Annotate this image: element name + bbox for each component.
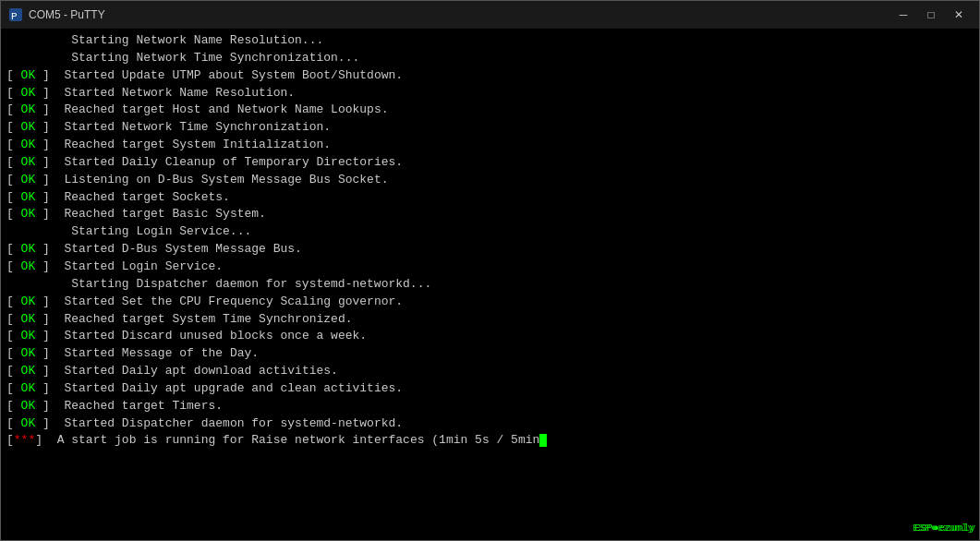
terminal-line: [ OK ] Started Login Service. — [6, 258, 974, 276]
terminal-line: [ OK ] Started Daily Cleanup of Temporar… — [6, 154, 974, 172]
terminal-line: [ OK ] Started Network Time Synchronizat… — [6, 119, 974, 137]
terminal-line: [ OK ] Reached target System Initializat… — [6, 137, 974, 154]
terminal-line: Starting Dispatcher daemon for systemd-n… — [6, 276, 974, 294]
terminal-line: [ OK ] Reached target Timers. — [6, 398, 974, 415]
terminal-line: [ OK ] Reached target Sockets. — [6, 189, 974, 207]
maximize-button[interactable]: □ — [918, 6, 944, 24]
terminal-line: [ OK ] Started Set the CPU Frequency Sca… — [6, 294, 974, 311]
terminal-line: Starting Network Name Resolution... — [6, 32, 974, 50]
terminal-line: [ OK ] Reached target System Time Synchr… — [6, 311, 974, 329]
terminal-line: [ OK ] Reached target Host and Network N… — [6, 102, 974, 119]
status-badge: ESP●ezunly — [913, 522, 974, 536]
window-title: COM5 - PuTTY — [29, 8, 105, 21]
terminal-output[interactable]: Starting Network Name Resolution... Star… — [1, 29, 979, 540]
svg-text:P: P — [11, 11, 18, 22]
titlebar-controls: ─ □ ✕ — [890, 6, 972, 24]
terminal-line: Starting Network Time Synchronization... — [6, 50, 974, 67]
putty-icon: P — [8, 7, 23, 22]
terminal-cursor — [539, 434, 547, 447]
terminal-line: [ OK ] Started Dispatcher daemon for sys… — [6, 415, 974, 433]
titlebar-left: P COM5 - PuTTY — [8, 7, 105, 22]
terminal-line: [ OK ] Started Daily apt download activi… — [6, 363, 974, 380]
terminal-line: [ OK ] Listening on D-Bus System Message… — [6, 172, 974, 189]
terminal-line: [ OK ] Started D-Bus System Message Bus. — [6, 241, 974, 258]
putty-window: P COM5 - PuTTY ─ □ ✕ Starting Network Na… — [0, 0, 980, 541]
terminal-line: [ OK ] Started Update UTMP about System … — [6, 67, 974, 85]
close-button[interactable]: ✕ — [946, 6, 972, 24]
terminal-line: [ OK ] Reached target Basic System. — [6, 206, 974, 223]
terminal-line: Starting Login Service... — [6, 223, 974, 241]
terminal-line: [ OK ] Started Network Name Resolution. — [6, 85, 974, 102]
terminal-line: [ OK ] Started Discard unused blocks onc… — [6, 328, 974, 345]
terminal-line: [ OK ] Started Daily apt upgrade and cle… — [6, 380, 974, 398]
titlebar: P COM5 - PuTTY ─ □ ✕ — [1, 1, 979, 29]
minimize-button[interactable]: ─ — [890, 6, 916, 24]
terminal-line: [***] A start job is running for Raise n… — [6, 432, 974, 450]
terminal-line: [ OK ] Started Message of the Day. — [6, 345, 974, 363]
